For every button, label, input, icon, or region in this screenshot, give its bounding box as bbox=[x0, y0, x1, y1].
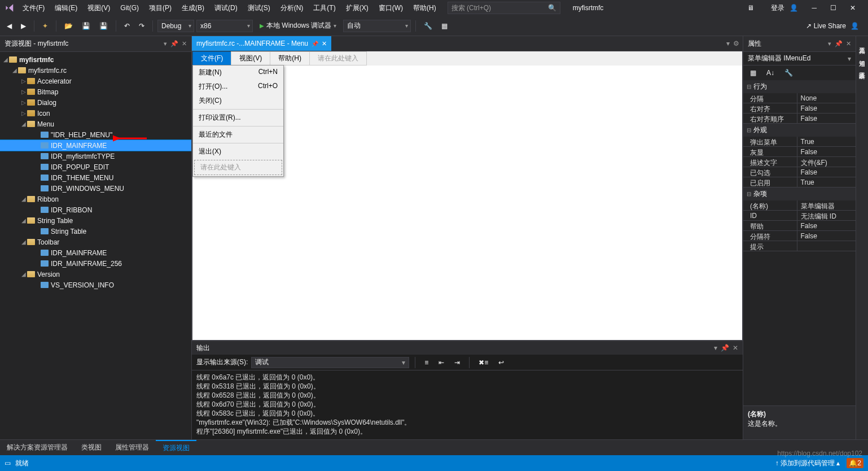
tb-icon2[interactable]: ▦ bbox=[438, 20, 451, 32]
menu-build[interactable]: 生成(B) bbox=[177, 1, 209, 15]
tree-menu[interactable]: ◢Menu bbox=[0, 119, 191, 129]
tab-property-manager[interactable]: 属性管理器 bbox=[108, 440, 156, 455]
saveall-icon[interactable]: 💾 bbox=[96, 20, 111, 32]
side-tab-toolbox[interactable]: 工具箱 bbox=[857, 40, 867, 46]
menu-top-view[interactable]: 视图(V) bbox=[231, 51, 270, 66]
menu-test[interactable]: 测试(S) bbox=[243, 1, 275, 15]
login-button[interactable]: 登录 👤 bbox=[764, 2, 801, 14]
menu-item-open[interactable]: 打开(O)...Ctrl+O bbox=[193, 80, 283, 94]
tree-dialog[interactable]: ▷Dialog bbox=[0, 97, 191, 108]
prop-cat-misc[interactable]: 杂项 bbox=[743, 187, 856, 200]
document-tab[interactable]: myfisrtmfc.rc -...MAINFRAME - Menu 📌 ✕ bbox=[192, 36, 331, 51]
output-wrap-icon[interactable]: ↩ bbox=[495, 357, 507, 368]
tree-icon-folder[interactable]: ▷Icon bbox=[0, 108, 191, 119]
prop-dropdown-icon[interactable]: ▾ bbox=[828, 40, 831, 47]
nav-fwd-icon[interactable]: ▶ bbox=[17, 20, 29, 32]
tree-bitmap[interactable]: ▷Bitmap bbox=[0, 86, 191, 97]
menu-window[interactable]: 窗口(W) bbox=[374, 1, 407, 15]
menu-top-placeholder[interactable]: 请在此处键入 bbox=[309, 51, 367, 66]
start-debug-button[interactable]: ▶ 本地 Windows 调试器 ▾ bbox=[255, 21, 341, 30]
close-panel-icon[interactable]: ✕ bbox=[182, 40, 187, 47]
menu-item-recent[interactable]: 最近的文件 bbox=[193, 128, 283, 142]
tree-toolbar-item[interactable]: ·IDR_MAINFRAME_256 bbox=[0, 258, 191, 269]
tree-ribbon[interactable]: ◢Ribbon bbox=[0, 194, 191, 204]
status-window-icon[interactable]: ▭ bbox=[5, 459, 11, 467]
menu-item-printsetup[interactable]: 打印设置(R)... bbox=[193, 111, 283, 125]
prop-close-icon[interactable]: ✕ bbox=[846, 40, 851, 47]
redo-icon[interactable]: ↷ bbox=[135, 20, 148, 32]
tree-menu-item[interactable]: ·IDR_POPUP_EDIT bbox=[0, 162, 191, 172]
tree-menu-item[interactable]: ·"IDR_HELP_MENU" bbox=[0, 129, 191, 140]
output-pin-icon[interactable]: 📌 bbox=[721, 344, 729, 352]
menu-debug[interactable]: 调试(D) bbox=[210, 1, 242, 15]
pin-icon[interactable]: 📌 bbox=[170, 40, 178, 47]
prop-cat-appearance[interactable]: 外观 bbox=[743, 124, 856, 137]
menu-git[interactable]: Git(G) bbox=[116, 2, 143, 14]
tree-menu-item[interactable]: ·IDR_THEME_MENU bbox=[0, 172, 191, 183]
tree-toolbar[interactable]: ◢Toolbar bbox=[0, 237, 191, 247]
tab-dropdown-icon[interactable]: ▾ bbox=[726, 40, 730, 47]
tree-menu-item-selected[interactable]: ·IDR_MAINFRAME bbox=[0, 140, 191, 151]
liveshare-user-icon[interactable]: 👤 bbox=[851, 22, 859, 30]
maximize-icon[interactable]: ☐ bbox=[827, 3, 840, 13]
tab-resource-view[interactable]: 资源视图 bbox=[156, 440, 196, 455]
output-text[interactable]: 线程 0x6a7c 已退出，返回值为 0 (0x0)。 线程 0x5318 已退… bbox=[192, 370, 743, 439]
menu-file[interactable]: 文件(F) bbox=[18, 1, 49, 15]
config-dropdown[interactable]: Debug bbox=[157, 20, 194, 32]
output-icon2[interactable]: ⇤ bbox=[435, 357, 448, 368]
menu-item-exit[interactable]: 退出(X) bbox=[193, 145, 283, 159]
tree-strtab[interactable]: ◢String Table bbox=[0, 215, 191, 226]
dropdown-icon[interactable]: ▾ bbox=[164, 40, 167, 47]
liveshare-button[interactable]: ↗ Live Share bbox=[806, 22, 846, 30]
nav-back-icon[interactable]: ◀ bbox=[3, 20, 15, 32]
save-icon[interactable]: 💾 bbox=[78, 20, 94, 32]
tree-strtab-item[interactable]: ·String Table bbox=[0, 226, 191, 237]
tree-menu-item[interactable]: ·IDR_WINDOWS_MENU bbox=[0, 183, 191, 194]
close-icon[interactable]: ✕ bbox=[847, 3, 859, 13]
menu-top-help[interactable]: 帮助(H) bbox=[270, 51, 310, 66]
prop-sub-dropdown-icon[interactable]: ▾ bbox=[848, 55, 851, 63]
side-tab-notify[interactable]: 通知 bbox=[857, 52, 867, 59]
undo-icon[interactable]: ↶ bbox=[121, 20, 133, 32]
status-notification-icon[interactable]: 🔔2 bbox=[847, 458, 863, 468]
tab-gear-icon[interactable]: ⚙ bbox=[733, 40, 739, 47]
tab-class-view[interactable]: 类视图 bbox=[74, 440, 108, 455]
tree-root[interactable]: ◢myfisrtmfc bbox=[0, 54, 191, 65]
platform-dropdown[interactable]: x86 bbox=[196, 20, 253, 32]
tb-icon1[interactable]: 🔧 bbox=[420, 20, 436, 32]
menu-top-file[interactable]: 文件(F) bbox=[192, 51, 231, 66]
output-icon3[interactable]: ⇥ bbox=[451, 357, 463, 368]
output-close-icon[interactable]: ✕ bbox=[733, 344, 738, 352]
side-tab-diag[interactable]: 诊断工具 bbox=[857, 64, 867, 71]
menu-extensions[interactable]: 扩展(X) bbox=[341, 1, 373, 15]
resource-tree[interactable]: ◢myfisrtmfc ◢myfisrtmfc.rc ▷Accelerator … bbox=[0, 52, 191, 439]
status-source-control[interactable]: ↑ 添加到源代码管理 ▴ bbox=[775, 459, 840, 468]
tree-accel[interactable]: ▷Accelerator bbox=[0, 76, 191, 86]
menu-item-close[interactable]: 关闭(C) bbox=[193, 94, 283, 108]
menu-view[interactable]: 视图(V) bbox=[83, 1, 115, 15]
menu-item-new[interactable]: 新建(N)Ctrl+N bbox=[193, 66, 283, 80]
menu-item-placeholder[interactable]: 请在此处键入 bbox=[194, 160, 282, 175]
menu-tools[interactable]: 工具(T) bbox=[309, 1, 340, 15]
menu-editor[interactable]: 文件(F) 视图(V) 帮助(H) 请在此处键入 新建(N)Ctrl+N 打开(… bbox=[192, 51, 743, 341]
minimize-icon[interactable]: ─ bbox=[808, 3, 820, 13]
prop-pin-icon[interactable]: 📌 bbox=[835, 40, 843, 47]
tree-toolbar-item[interactable]: ·IDR_MAINFRAME bbox=[0, 247, 191, 258]
auto-dropdown[interactable]: 自动 bbox=[343, 20, 411, 32]
search-box[interactable]: 搜索 (Ctrl+Q) 🔍 bbox=[448, 2, 560, 14]
tree-ribbon-item[interactable]: ·IDR_RIBBON bbox=[0, 204, 191, 215]
new-icon[interactable]: ✦ bbox=[39, 20, 51, 32]
property-grid[interactable]: 行为 分隔None 右对齐False 右对齐顺序False 外观 弹出菜单Tru… bbox=[743, 80, 856, 405]
tab-solution-explorer[interactable]: 解决方案资源管理器 bbox=[0, 440, 74, 455]
output-clear-icon[interactable]: ✖≡ bbox=[475, 357, 492, 368]
prop-wrench-icon[interactable]: 🔧 bbox=[781, 67, 796, 78]
tree-menu-item[interactable]: ·IDR_myfisrtmfcTYPE bbox=[0, 151, 191, 162]
menu-edit[interactable]: 编辑(E) bbox=[50, 1, 82, 15]
menu-analyze[interactable]: 分析(N) bbox=[276, 1, 308, 15]
pin-icon[interactable]: 📌 bbox=[312, 41, 318, 47]
output-source-dropdown[interactable]: 调试▾ bbox=[251, 357, 409, 368]
menu-project[interactable]: 项目(P) bbox=[144, 1, 176, 15]
close-tab-icon[interactable]: ✕ bbox=[322, 40, 327, 47]
prop-cat-behavior[interactable]: 行为 bbox=[743, 80, 856, 93]
open-icon[interactable]: 📂 bbox=[61, 20, 76, 32]
